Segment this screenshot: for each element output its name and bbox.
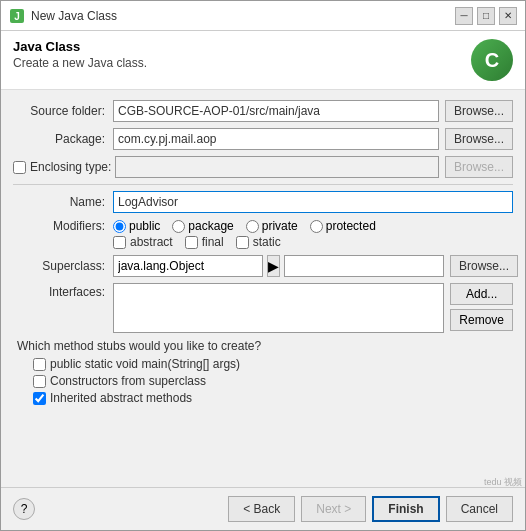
help-button[interactable]: ? bbox=[13, 498, 35, 520]
divider1 bbox=[13, 184, 513, 185]
package-input[interactable] bbox=[113, 128, 439, 150]
name-row: Name: bbox=[13, 191, 513, 213]
stub1-checkbox[interactable] bbox=[33, 358, 46, 371]
wizard-header: Java Class Create a new Java class. C bbox=[1, 31, 525, 90]
stub1-label[interactable]: public static void main(String[] args) bbox=[33, 357, 240, 371]
enclosing-type-input[interactable] bbox=[115, 156, 439, 178]
source-folder-browse-button[interactable]: Browse... bbox=[445, 100, 513, 122]
interfaces-box bbox=[113, 283, 444, 333]
wizard-footer: ? < Back Next > Finish Cancel bbox=[1, 487, 525, 530]
wizard-section-title: Java Class bbox=[13, 39, 463, 54]
enclosing-browse-button[interactable]: Browse... bbox=[445, 156, 513, 178]
superclass-input2[interactable] bbox=[284, 255, 444, 277]
modifier-package-radio[interactable] bbox=[172, 220, 185, 233]
superclass-row: Superclass: ▶ Browse... bbox=[13, 255, 513, 277]
final-checkbox[interactable] bbox=[185, 236, 198, 249]
stub2-text: Constructors from superclass bbox=[50, 374, 206, 388]
modifier-package-option[interactable]: package bbox=[172, 219, 233, 233]
source-folder-label: Source folder: bbox=[13, 104, 113, 118]
abstract-label: abstract bbox=[130, 235, 173, 249]
modifier-package-label: package bbox=[188, 219, 233, 233]
stub3-checkbox[interactable] bbox=[33, 392, 46, 405]
modifier-private-label: private bbox=[262, 219, 298, 233]
svg-text:J: J bbox=[14, 11, 20, 22]
package-label: Package: bbox=[13, 132, 113, 146]
window-title: New Java Class bbox=[31, 9, 117, 23]
interfaces-label: Interfaces: bbox=[13, 283, 113, 299]
static-checkbox-label[interactable]: static bbox=[236, 235, 281, 249]
close-button[interactable]: ✕ bbox=[499, 7, 517, 25]
stub3-row: Inherited abstract methods bbox=[33, 391, 513, 405]
final-checkbox-label[interactable]: final bbox=[185, 235, 224, 249]
java-icon: C bbox=[471, 39, 513, 81]
stubs-title: Which method stubs would you like to cre… bbox=[17, 339, 513, 353]
final-label: final bbox=[202, 235, 224, 249]
modifier-public-option[interactable]: public bbox=[113, 219, 160, 233]
modifiers-row: Modifiers: public package private bbox=[13, 219, 513, 233]
enclosing-type-label: Enclosing type: bbox=[30, 160, 111, 174]
superclass-label: Superclass: bbox=[13, 259, 113, 273]
interfaces-section: Interfaces: Add... Remove bbox=[13, 283, 513, 333]
modifier-public-label: public bbox=[129, 219, 160, 233]
modifier-private-option[interactable]: private bbox=[246, 219, 298, 233]
modifier-protected-radio[interactable] bbox=[310, 220, 323, 233]
stub2-checkbox[interactable] bbox=[33, 375, 46, 388]
add-interface-button[interactable]: Add... bbox=[450, 283, 513, 305]
maximize-button[interactable]: □ bbox=[477, 7, 495, 25]
source-folder-input[interactable] bbox=[113, 100, 439, 122]
superclass-arrow-button[interactable]: ▶ bbox=[267, 255, 280, 277]
static-label: static bbox=[253, 235, 281, 249]
stub1-row: public static void main(String[] args) bbox=[33, 357, 513, 371]
enclosing-type-checkbox[interactable] bbox=[13, 161, 26, 174]
abstract-checkbox[interactable] bbox=[113, 236, 126, 249]
static-checkbox[interactable] bbox=[236, 236, 249, 249]
remove-interface-button[interactable]: Remove bbox=[450, 309, 513, 331]
package-browse-button[interactable]: Browse... bbox=[445, 128, 513, 150]
enclosing-type-row: Enclosing type: Browse... bbox=[13, 156, 513, 178]
source-folder-row: Source folder: Browse... bbox=[13, 100, 513, 122]
stub2-row: Constructors from superclass bbox=[33, 374, 513, 388]
stub1-text: public static void main(String[] args) bbox=[50, 357, 240, 371]
window-icon: J bbox=[9, 8, 25, 24]
stub3-label[interactable]: Inherited abstract methods bbox=[33, 391, 192, 405]
modifier-private-radio[interactable] bbox=[246, 220, 259, 233]
minimize-button[interactable]: ─ bbox=[455, 7, 473, 25]
superclass-input[interactable] bbox=[113, 255, 263, 277]
package-row: Package: Browse... bbox=[13, 128, 513, 150]
next-button[interactable]: Next > bbox=[301, 496, 366, 522]
stubs-section: Which method stubs would you like to cre… bbox=[13, 339, 513, 405]
modifiers-checks-row: abstract final static bbox=[113, 235, 513, 249]
modifier-protected-label: protected bbox=[326, 219, 376, 233]
abstract-checkbox-label[interactable]: abstract bbox=[113, 235, 173, 249]
superclass-browse-button[interactable]: Browse... bbox=[450, 255, 518, 277]
watermark: tedu 视频 bbox=[484, 476, 522, 489]
name-input[interactable] bbox=[113, 191, 513, 213]
stub3-text: Inherited abstract methods bbox=[50, 391, 192, 405]
modifier-protected-option[interactable]: protected bbox=[310, 219, 376, 233]
name-label: Name: bbox=[13, 195, 113, 209]
finish-button[interactable]: Finish bbox=[372, 496, 439, 522]
back-button[interactable]: < Back bbox=[228, 496, 295, 522]
stub2-label[interactable]: Constructors from superclass bbox=[33, 374, 206, 388]
wizard-subtitle: Create a new Java class. bbox=[13, 56, 463, 70]
cancel-button[interactable]: Cancel bbox=[446, 496, 513, 522]
form-section: Source folder: Browse... Package: Browse… bbox=[1, 90, 525, 487]
modifier-public-radio[interactable] bbox=[113, 220, 126, 233]
modifiers-label: Modifiers: bbox=[13, 219, 113, 233]
title-bar: J New Java Class ─ □ ✕ bbox=[1, 1, 525, 31]
